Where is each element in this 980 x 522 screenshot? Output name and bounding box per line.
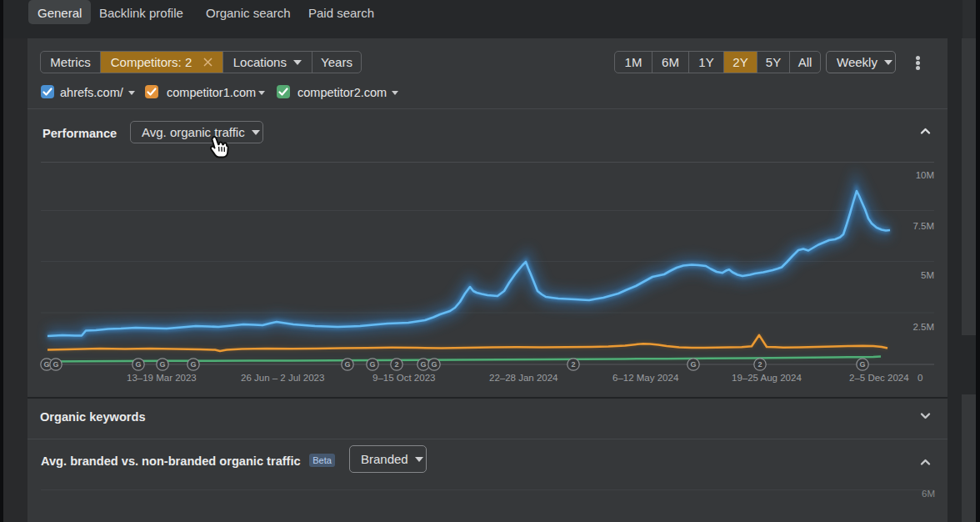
svg-text:G: G bbox=[135, 360, 141, 369]
svg-text:2: 2 bbox=[571, 360, 575, 369]
svg-text:2: 2 bbox=[394, 360, 398, 369]
svg-text:G: G bbox=[369, 360, 375, 369]
svg-text:G: G bbox=[420, 360, 426, 369]
svg-text:G: G bbox=[159, 360, 165, 369]
svg-text:2: 2 bbox=[758, 360, 762, 369]
svg-text:G: G bbox=[190, 360, 196, 369]
svg-text:G: G bbox=[431, 360, 437, 369]
svg-text:G: G bbox=[859, 360, 865, 369]
svg-text:G: G bbox=[344, 360, 350, 369]
svg-text:G: G bbox=[52, 360, 58, 369]
svg-text:G: G bbox=[690, 360, 696, 369]
svg-text:G: G bbox=[43, 360, 49, 369]
